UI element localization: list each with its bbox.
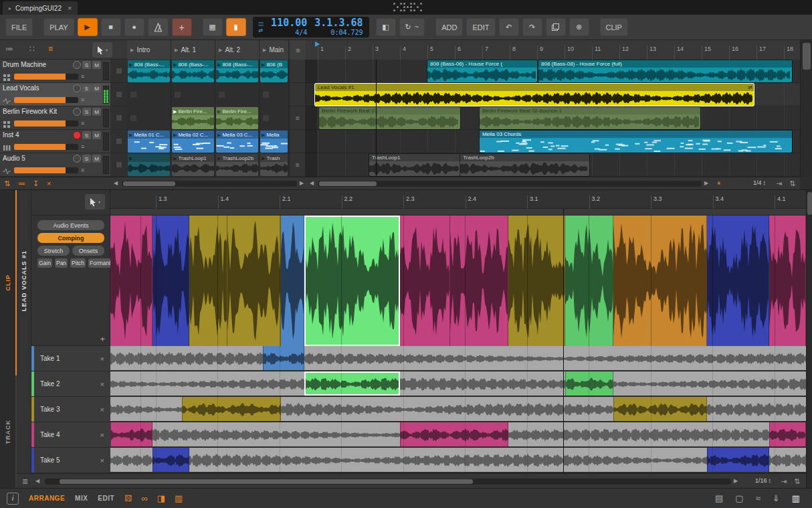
scene-header-1[interactable]: ▶Intro xyxy=(127,40,171,60)
view-grid-icon[interactable]: ∷ xyxy=(29,45,35,53)
take-segment[interactable] xyxy=(707,448,769,472)
arranger-clip[interactable]: TrashLoop2b xyxy=(460,154,589,176)
clip-play-icon[interactable]: ▶ xyxy=(217,109,221,114)
arranger-clip[interactable]: TrashLoop1 xyxy=(369,154,460,176)
comp-segment[interactable] xyxy=(153,216,189,346)
editor-grid-setting[interactable]: 1/16 ▴▾ xyxy=(755,477,771,484)
clip-slot[interactable] xyxy=(127,106,171,130)
clip-slot[interactable]: ▶Berlin Fire... xyxy=(171,106,215,130)
take-label[interactable]: Take 5× xyxy=(31,448,110,473)
scene-overflow-cell[interactable]: ≡ xyxy=(290,153,305,177)
clip-slot[interactable]: ▶Mella 03 C... xyxy=(215,130,260,153)
scroll-thumb[interactable] xyxy=(807,192,812,215)
take-lane[interactable] xyxy=(110,422,806,448)
take-segment[interactable] xyxy=(613,397,707,421)
clip-play-icon[interactable]: ▶ xyxy=(262,133,265,137)
mute-button[interactable]: M xyxy=(92,155,101,163)
take-lane[interactable] xyxy=(110,371,806,397)
monitor-button[interactable] xyxy=(73,61,81,69)
view-arranger-icon[interactable]: ≡ xyxy=(48,45,53,53)
clip-slot[interactable]: ▶ xyxy=(127,153,171,177)
track-header-4[interactable]: Inst 4SM≡ xyxy=(0,130,110,153)
editor-scroll-right-arrow[interactable]: ▶ xyxy=(734,479,738,484)
scene-overflow-cell[interactable]: ≡ xyxy=(290,106,305,130)
take-segment[interactable] xyxy=(400,422,508,446)
tab-close-icon[interactable]: × xyxy=(68,4,72,12)
metronome-button[interactable] xyxy=(148,18,169,36)
snap-toggle-icon[interactable]: ⇥ xyxy=(781,477,787,486)
arranger-timeline[interactable]: 808 (Bass-06) - House Force (808 (Bass-0… xyxy=(306,60,800,177)
arranger-cursor-tool-button[interactable]: ▾ xyxy=(92,42,112,58)
info-button[interactable]: i xyxy=(7,493,19,505)
editor-param-pitch[interactable]: Pitch xyxy=(70,258,86,268)
take-label[interactable]: Take 2× xyxy=(31,371,110,397)
duplicate-button[interactable] xyxy=(546,18,566,36)
clip-play-icon[interactable]: ▶ xyxy=(129,133,132,137)
arranger-clip[interactable]: Lead Vocals #1⇄ xyxy=(315,84,754,106)
clip-stop-button[interactable] xyxy=(110,83,127,106)
volume-slider[interactable] xyxy=(14,167,78,173)
tab-clip[interactable]: CLIP xyxy=(0,190,17,375)
take-segment[interactable] xyxy=(153,448,189,472)
random-icon[interactable]: ⚄ xyxy=(124,494,132,503)
take-lane[interactable] xyxy=(110,346,806,371)
track-menu-icon[interactable]: ≡ xyxy=(81,144,84,150)
clip-slot[interactable]: ▶Mella 01 C... xyxy=(127,130,171,153)
clip-slot[interactable]: ▶TrashLoop2b xyxy=(215,153,260,177)
clip-play-icon[interactable]: ▶ xyxy=(217,156,221,161)
scroll-thumb[interactable] xyxy=(803,43,811,70)
arranger-clip[interactable]: 808 (Bass-08) - House Force (full) xyxy=(538,60,792,82)
file-menu-button[interactable]: FILE xyxy=(5,18,33,36)
clip-play-icon[interactable]: ▶ xyxy=(129,156,132,161)
arranger-grid-setting[interactable]: 1/4 ▴▾ xyxy=(753,179,765,186)
take-delete-button[interactable]: × xyxy=(100,380,104,388)
clip-play-icon[interactable]: ▶ xyxy=(217,62,221,67)
vertical-zoom-icon[interactable]: ⇅ xyxy=(789,179,795,188)
clip-slot[interactable]: ▶Trash xyxy=(260,153,289,177)
take-segment[interactable] xyxy=(769,422,806,446)
comp-segment[interactable] xyxy=(227,216,281,346)
track-menu-icon[interactable]: ≡ xyxy=(81,74,84,80)
volume-slider[interactable] xyxy=(14,144,78,150)
launcher-clip[interactable]: ▶Mella xyxy=(260,131,288,153)
clip-stop-button[interactable] xyxy=(110,153,127,177)
editor-mode-audio-events[interactable]: Audio Events xyxy=(37,220,104,230)
monitor-button[interactable] xyxy=(73,155,81,163)
take-label[interactable]: Take 4× xyxy=(31,422,110,448)
editor-cursor-tool-button[interactable]: ▾ xyxy=(85,194,105,209)
play-button[interactable]: ▶ xyxy=(78,18,98,36)
comp-segment[interactable] xyxy=(613,216,707,346)
clip-stop-button[interactable] xyxy=(110,60,127,83)
scene-column-header[interactable]: ≡ xyxy=(290,40,306,60)
file-icon[interactable]: ▢ xyxy=(735,494,743,503)
statusbar-tab-arrange[interactable]: ARRANGE xyxy=(29,495,65,502)
launcher-hscrollbar[interactable] xyxy=(122,181,297,187)
undo-button[interactable]: ↶ xyxy=(499,18,519,36)
clip-play-icon[interactable]: ▶ xyxy=(173,133,177,137)
scene-header-3[interactable]: ▶Alt. 2 xyxy=(215,40,260,60)
clip-play-icon[interactable]: ▶ xyxy=(217,133,221,137)
comp-segment[interactable] xyxy=(281,216,304,346)
clear-selection-icon[interactable]: × xyxy=(47,179,51,188)
clip-slot[interactable] xyxy=(260,106,289,130)
clip-slot[interactable]: ▶808 (Bass-... xyxy=(171,60,215,83)
grid-caret-icon[interactable]: ▴▾ xyxy=(764,180,766,185)
solo-button[interactable]: S xyxy=(82,108,91,116)
position-time[interactable]: 0:04.729 xyxy=(330,29,363,36)
editor-param-formant[interactable]: Formant xyxy=(88,258,112,268)
launcher-clip[interactable]: ▶ xyxy=(128,154,170,176)
tab-track[interactable]: TRACK xyxy=(0,375,17,489)
volume-slider[interactable] xyxy=(14,74,78,80)
editor-ruler[interactable]: 1.31.42.12.22.32.43.13.23.33.44.1 xyxy=(110,190,806,209)
time-signature[interactable]: 4/4 xyxy=(295,29,307,36)
editor-loop-strip[interactable] xyxy=(110,209,806,216)
tempo-value[interactable]: 110.00 xyxy=(271,18,307,28)
scene-play-icon[interactable]: ▶ xyxy=(263,48,266,53)
stop-button[interactable]: ■ xyxy=(101,18,121,36)
launcher-clip[interactable]: ▶Mella 03 C... xyxy=(216,131,258,153)
redo-button[interactable]: ↷ xyxy=(522,18,542,36)
clip-menu-button[interactable]: CLIP xyxy=(600,18,628,36)
arranger-clip[interactable]: Mella 03 Chords xyxy=(480,131,792,153)
clip-stop-button[interactable] xyxy=(110,106,127,130)
clip-slot[interactable]: ▶Mella 02 C... xyxy=(171,130,215,153)
